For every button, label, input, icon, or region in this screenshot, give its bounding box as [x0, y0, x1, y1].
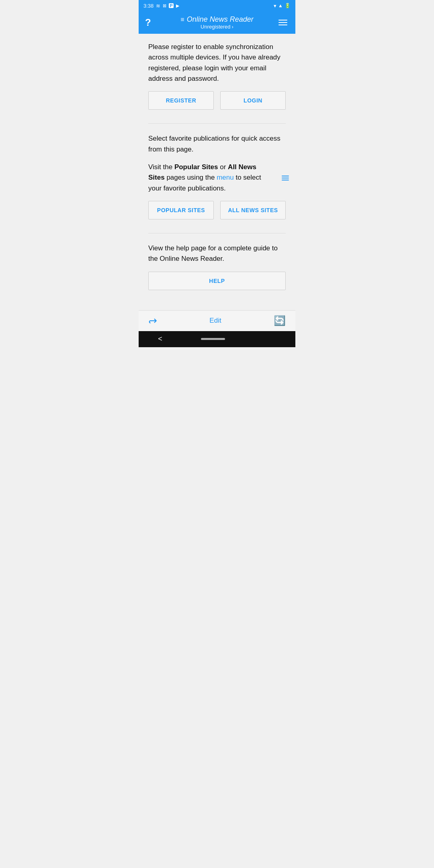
register-section: Please register to enable synchronizatio… [148, 42, 286, 110]
publications-description-2: Visit the Popular Sites or All News Site… [148, 162, 286, 194]
register-button[interactable]: REGISTER [148, 91, 214, 110]
register-buttons: REGISTER LOGIN [148, 91, 286, 110]
help-button[interactable]: HELP [148, 272, 286, 290]
battery-icon: 🔋 [285, 3, 291, 8]
nav-back-button[interactable]: < [158, 335, 162, 343]
publications-text-with-icon: Visit the Popular Sites or All News Site… [148, 162, 286, 194]
pages-using-text: pages using the [166, 174, 217, 181]
toolbar-subtitle-row[interactable]: Unregistered › [201, 24, 233, 30]
toolbar-left: ? [145, 17, 161, 28]
notification-icon: ⊠ [163, 3, 166, 8]
help-description: View the help page for a complete guide … [148, 243, 286, 264]
status-left: 3:38 ≋ ⊠ P ▶ [143, 3, 179, 9]
menu-line-1 [278, 20, 287, 20]
parking-icon: P [169, 3, 173, 8]
wifi-icon: ▾ [274, 3, 276, 9]
toolbar-right [273, 18, 289, 27]
nav-home-pill[interactable] [201, 338, 225, 340]
divider-2 [148, 233, 286, 233]
refresh-button[interactable]: 🔄 [274, 315, 286, 326]
play-icon: ▶ [176, 3, 179, 8]
inline-menu-icon [280, 174, 289, 182]
subtitle-arrow: › [232, 24, 233, 30]
wind-icon: ≋ [156, 3, 160, 9]
help-section: View the help page for a complete guide … [148, 243, 286, 290]
toolbar: ? ≡ Online News Reader Unregistered › [139, 11, 295, 34]
inline-line-1 [282, 176, 289, 176]
visit-text: Visit the [148, 163, 174, 171]
toolbar-center: ≡ Online News Reader Unregistered › [161, 15, 273, 30]
menu-line-2 [278, 22, 287, 23]
subtitle-text: Unregistered [201, 24, 230, 30]
status-bar: 3:38 ≋ ⊠ P ▶ ▾ ▲ 🔋 [139, 0, 295, 11]
help-icon-button[interactable]: ? [145, 17, 151, 28]
menu-link[interactable]: menu [217, 174, 234, 181]
register-description: Please register to enable synchronizatio… [148, 42, 286, 84]
or-text: or [220, 163, 228, 171]
back-up-button[interactable]: ↩ [148, 315, 157, 327]
publications-description-1: Select favorite publications for quick a… [148, 133, 286, 155]
popular-sites-button[interactable]: POPULAR SITES [148, 201, 214, 219]
refresh-icon: 🔄 [274, 315, 286, 326]
popular-sites-bold: Popular Sites [174, 163, 218, 171]
app-title: Online News Reader [187, 15, 254, 24]
inline-line-3 [282, 180, 289, 180]
time-display: 3:38 [143, 3, 154, 9]
nav-bar: < [139, 331, 295, 347]
edit-button[interactable]: Edit [209, 317, 221, 325]
bottom-bar: ↩ Edit 🔄 [139, 310, 295, 331]
back-up-icon: ↩ [148, 315, 157, 327]
login-button[interactable]: LOGIN [220, 91, 286, 110]
main-content: Please register to enable synchronizatio… [139, 34, 295, 310]
inline-line-2 [282, 178, 289, 178]
app-title-container: ≡ Online News Reader [180, 15, 253, 24]
main-menu-button[interactable] [277, 18, 289, 27]
publications-section: Select favorite publications for quick a… [148, 133, 286, 219]
signal-icon: ▲ [278, 3, 283, 8]
title-icon: ≡ [180, 16, 184, 23]
status-right: ▾ ▲ 🔋 [274, 3, 291, 9]
all-news-sites-button[interactable]: ALL NEWS SITES [220, 201, 286, 219]
publications-buttons: POPULAR SITES ALL NEWS SITES [148, 201, 286, 219]
divider-1 [148, 123, 286, 124]
menu-line-3 [278, 25, 287, 25]
